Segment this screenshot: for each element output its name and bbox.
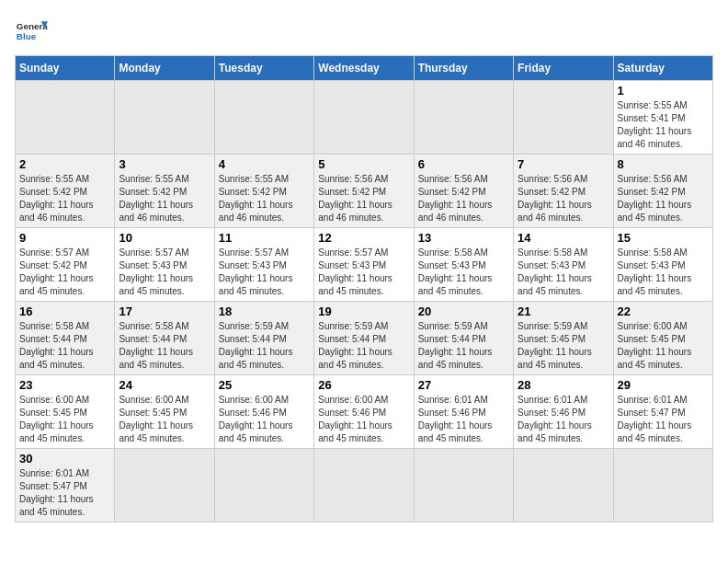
day-number: 29 xyxy=(618,378,709,392)
weekday-header: Saturday xyxy=(613,56,712,81)
day-number: 26 xyxy=(318,378,409,392)
calendar-cell: 28Sunrise: 6:01 AMSunset: 5:46 PMDayligh… xyxy=(514,375,613,449)
day-info: Sunrise: 5:56 AMSunset: 5:42 PMDaylight:… xyxy=(318,173,409,224)
calendar-cell: 15Sunrise: 5:58 AMSunset: 5:43 PMDayligh… xyxy=(613,228,712,302)
day-info: Sunrise: 5:59 AMSunset: 5:44 PMDaylight:… xyxy=(418,320,509,372)
day-number: 15 xyxy=(618,231,709,245)
day-info: Sunrise: 6:00 AMSunset: 5:45 PMDaylight:… xyxy=(19,394,110,445)
day-number: 30 xyxy=(19,452,110,465)
day-info: Sunrise: 5:57 AMSunset: 5:43 PMDaylight:… xyxy=(219,247,310,298)
calendar-cell: 21Sunrise: 5:59 AMSunset: 5:45 PMDayligh… xyxy=(514,302,613,375)
calendar-cell xyxy=(16,81,115,155)
calendar-cell: 27Sunrise: 6:01 AMSunset: 5:46 PMDayligh… xyxy=(414,375,513,449)
day-number: 1 xyxy=(618,84,709,98)
day-number: 17 xyxy=(119,304,210,318)
day-info: Sunrise: 5:56 AMSunset: 5:42 PMDaylight:… xyxy=(618,173,709,224)
calendar-cell: 9Sunrise: 5:57 AMSunset: 5:42 PMDaylight… xyxy=(16,228,115,302)
calendar-cell: 30Sunrise: 6:01 AMSunset: 5:47 PMDayligh… xyxy=(16,449,115,523)
calendar-cell xyxy=(414,81,513,155)
day-info: Sunrise: 5:56 AMSunset: 5:42 PMDaylight:… xyxy=(418,173,509,224)
weekday-header: Tuesday xyxy=(214,56,313,81)
calendar-cell xyxy=(514,81,613,155)
day-info: Sunrise: 6:01 AMSunset: 5:47 PMDaylight:… xyxy=(19,467,110,519)
day-number: 24 xyxy=(119,378,210,392)
calendar-week-row: 16Sunrise: 5:58 AMSunset: 5:44 PMDayligh… xyxy=(16,302,713,375)
calendar-week-row: 2Sunrise: 5:55 AMSunset: 5:42 PMDaylight… xyxy=(16,155,713,228)
day-number: 16 xyxy=(19,304,110,318)
weekday-header: Thursday xyxy=(414,56,513,81)
day-number: 4 xyxy=(219,157,310,171)
calendar-cell xyxy=(314,81,414,155)
calendar-cell xyxy=(115,81,214,155)
day-info: Sunrise: 5:59 AMSunset: 5:44 PMDaylight:… xyxy=(318,320,409,372)
calendar-cell: 11Sunrise: 5:57 AMSunset: 5:43 PMDayligh… xyxy=(214,228,313,302)
weekday-header: Monday xyxy=(115,56,214,81)
day-number: 21 xyxy=(518,304,609,318)
calendar-cell: 6Sunrise: 5:56 AMSunset: 5:42 PMDaylight… xyxy=(414,155,513,228)
day-info: Sunrise: 6:01 AMSunset: 5:47 PMDaylight:… xyxy=(618,394,709,445)
day-info: Sunrise: 6:01 AMSunset: 5:46 PMDaylight:… xyxy=(518,394,609,445)
calendar-cell: 12Sunrise: 5:57 AMSunset: 5:43 PMDayligh… xyxy=(314,228,414,302)
calendar-cell xyxy=(115,449,214,523)
logo: General Blue xyxy=(15,15,48,48)
day-info: Sunrise: 5:59 AMSunset: 5:44 PMDaylight:… xyxy=(219,320,310,372)
calendar-cell: 20Sunrise: 5:59 AMSunset: 5:44 PMDayligh… xyxy=(414,302,513,375)
day-number: 19 xyxy=(318,304,409,318)
calendar-cell: 16Sunrise: 5:58 AMSunset: 5:44 PMDayligh… xyxy=(16,302,115,375)
day-number: 10 xyxy=(119,231,210,245)
day-number: 20 xyxy=(418,304,509,318)
day-number: 9 xyxy=(19,231,110,245)
calendar-cell: 17Sunrise: 5:58 AMSunset: 5:44 PMDayligh… xyxy=(115,302,214,375)
calendar-week-row: 30Sunrise: 6:01 AMSunset: 5:47 PMDayligh… xyxy=(16,449,713,523)
calendar-cell xyxy=(613,449,712,523)
day-number: 28 xyxy=(518,378,609,392)
calendar-cell: 1Sunrise: 5:55 AMSunset: 5:41 PMDaylight… xyxy=(613,81,712,155)
weekday-header: Wednesday xyxy=(314,56,414,81)
day-number: 12 xyxy=(318,231,409,245)
day-info: Sunrise: 5:55 AMSunset: 5:41 PMDaylight:… xyxy=(618,99,709,151)
day-number: 6 xyxy=(418,157,509,171)
day-info: Sunrise: 5:56 AMSunset: 5:42 PMDaylight:… xyxy=(518,173,609,224)
calendar-cell xyxy=(514,449,613,523)
calendar-cell: 7Sunrise: 5:56 AMSunset: 5:42 PMDaylight… xyxy=(514,155,613,228)
calendar-cell: 10Sunrise: 5:57 AMSunset: 5:43 PMDayligh… xyxy=(115,228,214,302)
day-number: 18 xyxy=(219,304,310,318)
calendar-cell: 24Sunrise: 6:00 AMSunset: 5:45 PMDayligh… xyxy=(115,375,214,449)
day-number: 25 xyxy=(219,378,310,392)
day-info: Sunrise: 5:55 AMSunset: 5:42 PMDaylight:… xyxy=(219,173,310,224)
day-number: 2 xyxy=(19,157,110,171)
calendar-cell: 4Sunrise: 5:55 AMSunset: 5:42 PMDaylight… xyxy=(214,155,313,228)
calendar-cell: 26Sunrise: 6:00 AMSunset: 5:46 PMDayligh… xyxy=(314,375,414,449)
calendar-cell xyxy=(314,449,414,523)
calendar-cell: 13Sunrise: 5:58 AMSunset: 5:43 PMDayligh… xyxy=(414,228,513,302)
svg-text:Blue: Blue xyxy=(17,31,37,41)
calendar-cell: 23Sunrise: 6:00 AMSunset: 5:45 PMDayligh… xyxy=(16,375,115,449)
calendar-week-row: 23Sunrise: 6:00 AMSunset: 5:45 PMDayligh… xyxy=(16,375,713,449)
weekday-header: Friday xyxy=(514,56,613,81)
day-info: Sunrise: 5:55 AMSunset: 5:42 PMDaylight:… xyxy=(19,173,110,224)
day-info: Sunrise: 6:00 AMSunset: 5:46 PMDaylight:… xyxy=(219,394,310,445)
day-info: Sunrise: 5:58 AMSunset: 5:43 PMDaylight:… xyxy=(418,247,509,298)
day-info: Sunrise: 5:55 AMSunset: 5:42 PMDaylight:… xyxy=(119,173,210,224)
day-info: Sunrise: 6:00 AMSunset: 5:45 PMDaylight:… xyxy=(119,394,210,445)
header: General Blue xyxy=(15,15,713,48)
calendar-cell: 25Sunrise: 6:00 AMSunset: 5:46 PMDayligh… xyxy=(214,375,313,449)
day-info: Sunrise: 5:57 AMSunset: 5:42 PMDaylight:… xyxy=(19,247,110,298)
calendar-table: SundayMondayTuesdayWednesdayThursdayFrid… xyxy=(15,55,713,523)
calendar-cell: 18Sunrise: 5:59 AMSunset: 5:44 PMDayligh… xyxy=(214,302,313,375)
day-info: Sunrise: 5:58 AMSunset: 5:44 PMDaylight:… xyxy=(119,320,210,372)
calendar-cell: 8Sunrise: 5:56 AMSunset: 5:42 PMDaylight… xyxy=(613,155,712,228)
calendar-cell: 22Sunrise: 6:00 AMSunset: 5:45 PMDayligh… xyxy=(613,302,712,375)
day-info: Sunrise: 5:58 AMSunset: 5:44 PMDaylight:… xyxy=(19,320,110,372)
day-info: Sunrise: 6:00 AMSunset: 5:46 PMDaylight:… xyxy=(318,394,409,445)
day-number: 27 xyxy=(418,378,509,392)
calendar-cell: 29Sunrise: 6:01 AMSunset: 5:47 PMDayligh… xyxy=(613,375,712,449)
calendar-cell: 19Sunrise: 5:59 AMSunset: 5:44 PMDayligh… xyxy=(314,302,414,375)
day-info: Sunrise: 5:58 AMSunset: 5:43 PMDaylight:… xyxy=(618,247,709,298)
day-number: 8 xyxy=(618,157,709,171)
day-number: 13 xyxy=(418,231,509,245)
calendar-cell: 14Sunrise: 5:58 AMSunset: 5:43 PMDayligh… xyxy=(514,228,613,302)
weekday-header-row: SundayMondayTuesdayWednesdayThursdayFrid… xyxy=(16,56,713,81)
day-number: 14 xyxy=(518,231,609,245)
day-number: 3 xyxy=(119,157,210,171)
